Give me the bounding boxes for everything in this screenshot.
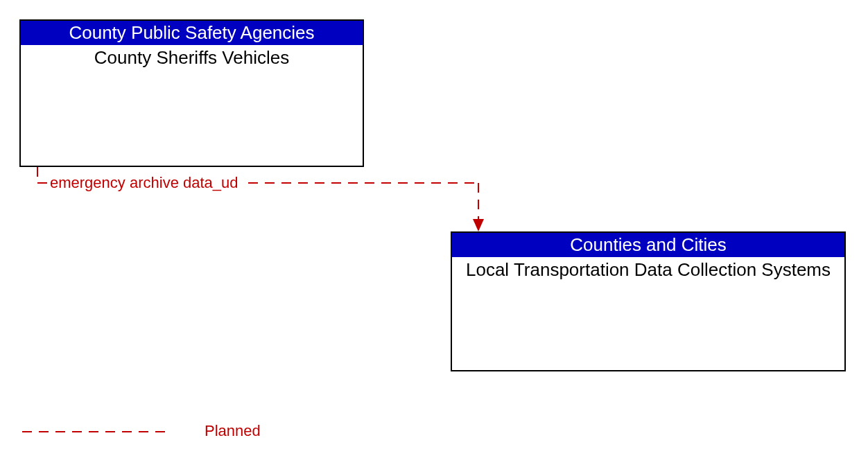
diagram-canvas: County Public Safety Agencies County She… <box>0 0 868 456</box>
entity-source-box: County Public Safety Agencies County She… <box>19 19 364 167</box>
entity-source-header: County Public Safety Agencies <box>21 21 363 45</box>
entity-source-body: County Sheriffs Vehicles <box>21 45 363 69</box>
entity-target-header: Counties and Cities <box>452 233 844 257</box>
entity-target-box: Counties and Cities Local Transportation… <box>451 231 846 371</box>
flow-arrowhead <box>473 219 484 231</box>
flow-label: emergency archive data_ud <box>50 174 238 192</box>
legend-planned-label: Planned <box>205 422 261 440</box>
entity-target-body: Local Transportation Data Collection Sys… <box>452 257 844 281</box>
